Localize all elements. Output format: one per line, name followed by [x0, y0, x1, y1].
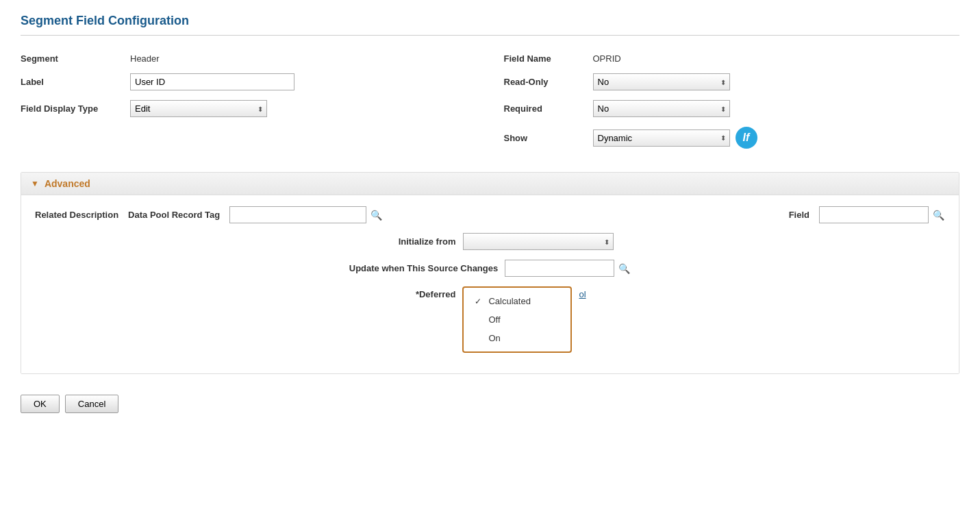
init-from-select[interactable]	[463, 233, 614, 250]
field-name-label: Field Name	[504, 53, 593, 64]
read-only-label: Read-Only	[504, 77, 593, 87]
update-source-label: Update when This Source Changes	[349, 263, 498, 273]
bottom-buttons: OK Cancel	[21, 388, 959, 413]
advanced-arrow-icon: ▼	[31, 179, 39, 188]
deferred-right-link[interactable]: ol	[579, 286, 586, 299]
required-label: Required	[504, 103, 593, 114]
page-title: Segment Field Configuration	[21, 14, 959, 36]
data-pool-tag-input[interactable]	[229, 206, 366, 223]
required-wrapper: No Yes	[593, 100, 730, 117]
advanced-header[interactable]: ▼ Advanced	[21, 173, 959, 195]
init-from-row: Initialize from	[35, 233, 945, 250]
read-only-select[interactable]: No Yes	[593, 73, 730, 90]
field-input[interactable]	[819, 206, 929, 223]
if-button[interactable]: If	[736, 127, 757, 149]
related-desc-row: Related Description Data Pool Record Tag…	[35, 206, 945, 223]
segment-value: Header	[130, 53, 160, 64]
init-from-wrapper	[463, 233, 614, 250]
deferred-label: *Deferred	[394, 286, 455, 299]
show-wrapper: Dynamic Always Never	[593, 129, 730, 147]
display-type-wrapper: Edit Display Image Hyperlink	[130, 100, 267, 117]
field-name-value: OPRID	[593, 53, 621, 64]
segment-label: Segment	[21, 53, 130, 64]
deferred-calculated-label: Calculated	[488, 296, 530, 306]
deferred-on-label: On	[488, 333, 500, 343]
label-field-label: Label	[21, 77, 130, 87]
advanced-section: ▼ Advanced Related Description Data Pool…	[21, 172, 959, 374]
update-source-wrapper: 🔍	[505, 260, 631, 277]
label-input[interactable]	[130, 73, 294, 90]
field-search-icon[interactable]: 🔍	[931, 208, 945, 222]
data-pool-tag-wrapper: 🔍	[229, 206, 383, 223]
update-source-input[interactable]	[505, 260, 614, 277]
data-pool-search-icon[interactable]: 🔍	[369, 208, 383, 222]
ok-button[interactable]: OK	[21, 395, 60, 413]
deferred-row: *Deferred ✓ Calculated Off On ol	[35, 286, 945, 353]
deferred-dropdown-popup: ✓ Calculated Off On	[462, 286, 572, 353]
data-pool-tag-label: Data Pool Record Tag	[128, 210, 220, 220]
field-label: Field	[789, 210, 809, 220]
cancel-button[interactable]: Cancel	[65, 395, 118, 413]
advanced-body: Related Description Data Pool Record Tag…	[21, 195, 959, 373]
checkmark-icon: ✓	[475, 297, 484, 306]
show-label: Show	[504, 133, 593, 143]
related-desc-label: Related Description	[35, 210, 118, 220]
deferred-off-label: Off	[488, 314, 500, 325]
deferred-option-on[interactable]: On	[464, 329, 570, 347]
advanced-section-label: Advanced	[45, 178, 90, 189]
read-only-wrapper: No Yes	[593, 73, 730, 90]
field-input-wrapper: 🔍	[819, 206, 945, 223]
required-select[interactable]: No Yes	[593, 100, 730, 117]
display-type-label: Field Display Type	[21, 103, 130, 114]
deferred-option-off[interactable]: Off	[464, 310, 570, 329]
init-from-label: Initialize from	[367, 236, 456, 247]
display-type-select[interactable]: Edit Display Image Hyperlink	[130, 100, 267, 117]
update-source-search-icon[interactable]: 🔍	[617, 262, 631, 275]
update-source-row: Update when This Source Changes 🔍	[35, 260, 945, 277]
deferred-option-calculated[interactable]: ✓ Calculated	[464, 292, 570, 310]
show-select[interactable]: Dynamic Always Never	[593, 129, 730, 147]
